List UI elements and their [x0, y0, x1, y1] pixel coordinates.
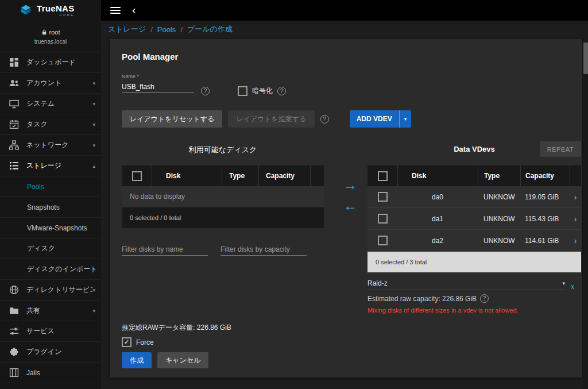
sidebar-subitem-label: ディスクのインポート: [27, 264, 98, 274]
sidebar-item-disks[interactable]: ディスク: [0, 238, 101, 259]
menu-icon[interactable]: [110, 7, 121, 14]
repeat-button[interactable]: REPEAT: [540, 141, 581, 157]
sidebar-item-dashboard[interactable]: ダッシュボード: [0, 52, 101, 73]
directory-services-icon: [9, 285, 19, 295]
filter-disks-by-capacity-input[interactable]: [220, 244, 307, 256]
sidebar-item-label: ディレクトリサービス: [26, 285, 92, 295]
move-right-icon[interactable]: [343, 178, 357, 192]
sidebar-subitem-label: Pools: [27, 183, 44, 191]
plugins-icon: [9, 347, 19, 357]
available-disks-title: 利用可能なディスク: [122, 145, 324, 155]
add-vdev-button[interactable]: ADD VDEV: [350, 110, 412, 128]
sidebar-item-sharing[interactable]: 共有: [0, 301, 101, 321]
tasks-icon: [9, 120, 19, 129]
lock-icon: [41, 29, 47, 35]
table-row[interactable]: da2 UNKNOW 114.61 GiB: [368, 230, 581, 252]
suggest-layout-button[interactable]: レイアウトを提案する: [228, 110, 314, 128]
create-button[interactable]: 作成: [122, 352, 152, 368]
scrollbar-thumb[interactable]: [583, 43, 588, 74]
user-block: root truenas.local: [0, 21, 101, 52]
capacity-help-icon[interactable]: [480, 294, 489, 303]
force-row: Force: [122, 337, 154, 347]
mixed-disk-warning: Mixing disks of different sizes in a vde…: [368, 307, 519, 314]
sidebar-item-snapshots[interactable]: Snapshots: [0, 197, 101, 218]
available-disks-table: Disk Type Capacity No data to display 0 …: [122, 165, 324, 228]
sidebar-item-pools[interactable]: Pools: [0, 176, 101, 197]
sidebar-item-storage[interactable]: ストレージ: [0, 156, 101, 176]
reset-layout-button[interactable]: レイアウトをリセットする: [122, 110, 222, 128]
page-scrollbar[interactable]: [583, 41, 588, 389]
layout-help-icon[interactable]: [320, 115, 329, 124]
logo-subtitle: CORE: [60, 14, 75, 17]
no-data-row: No data to display: [122, 186, 324, 207]
sidebar-item-accounts[interactable]: アカウント: [0, 73, 101, 94]
encryption-help-icon[interactable]: [277, 87, 286, 95]
system-icon: [9, 99, 19, 109]
cell-disk: da2: [397, 230, 478, 251]
sidebar-item-label: Jails: [26, 369, 40, 377]
select-all-vdev-checkbox[interactable]: [378, 171, 388, 181]
table-row[interactable]: da1 UNKNOW 115.43 GiB: [368, 208, 581, 230]
row-checkbox[interactable]: [378, 192, 388, 202]
move-arrows: [338, 178, 363, 213]
content: ストレージ / Pools / プールの作成 Pool Manager Name…: [101, 21, 588, 389]
pool-name-label: Name *: [122, 74, 194, 79]
sidebar-nav: ダッシュボード アカウント システム タスク ネットワーク: [0, 52, 101, 383]
logo-title: TrueNAS: [37, 4, 74, 13]
move-left-icon[interactable]: [343, 199, 357, 213]
row-chevron-icon[interactable]: [570, 186, 581, 207]
sidebar-item-label: アカウント: [26, 78, 61, 88]
sidebar-item-system[interactable]: システム: [0, 94, 101, 114]
sidebar-item-services[interactable]: サービス: [0, 321, 101, 342]
data-vdevs-header: Disk Type Capacity: [368, 165, 581, 186]
sidebar-item-tasks[interactable]: タスク: [0, 114, 101, 135]
select-all-available-checkbox[interactable]: [132, 171, 142, 181]
back-icon[interactable]: ‹: [132, 4, 136, 16]
available-disks-footer: 0 selected / 0 total: [122, 207, 324, 228]
sidebar-subitem-label: VMware-Snapshots: [27, 224, 87, 232]
breadcrumb-create-pool[interactable]: プールの作成: [187, 24, 233, 34]
sidebar-item-directory-services[interactable]: ディレクトリサービス: [0, 280, 101, 301]
sidebar-item-label: プラグイン: [26, 347, 61, 357]
add-vdev-caret-icon[interactable]: [399, 110, 412, 128]
network-icon: [9, 140, 19, 150]
breadcrumb-separator: /: [180, 25, 183, 34]
breadcrumb-storage[interactable]: ストレージ: [108, 24, 146, 34]
cancel-button[interactable]: キャンセル: [157, 352, 208, 368]
row-checkbox[interactable]: [378, 236, 388, 245]
name-help-icon[interactable]: [201, 87, 210, 95]
chevron-down-icon: [92, 101, 95, 107]
breadcrumb-pools[interactable]: Pools: [157, 25, 176, 34]
column-header-disk: Disk: [152, 165, 222, 186]
pool-name-field: Name *: [122, 74, 194, 93]
raid-type-select[interactable]: Raid-z: [368, 279, 565, 290]
add-vdev-label: ADD VDEV: [350, 115, 399, 123]
cell-type: UNKNOW: [478, 208, 520, 229]
pool-name-input[interactable]: [122, 82, 194, 93]
data-vdevs-footer: 0 selected / 3 total: [368, 252, 581, 272]
sidebar-item-import-disk[interactable]: ディスクのインポート: [0, 259, 101, 280]
remove-vdev-button[interactable]: x: [571, 283, 574, 291]
truenas-app: TrueNAS CORE root truenas.local ダッシュボード …: [0, 0, 588, 389]
raid-type-value: Raid-z: [368, 279, 388, 287]
row-chevron-icon[interactable]: [570, 208, 581, 229]
breadcrumb: ストレージ / Pools / プールの作成: [101, 21, 588, 38]
layout-buttons-row: レイアウトをリセットする レイアウトを提案する ADD VDEV: [122, 110, 411, 128]
row-chevron-icon[interactable]: [570, 230, 581, 251]
sidebar-item-jails[interactable]: Jails: [0, 363, 101, 383]
force-checkbox[interactable]: [122, 337, 131, 347]
row-checkbox[interactable]: [378, 214, 388, 224]
cell-type: UNKNOW: [478, 230, 520, 251]
sidebar-item-network[interactable]: ネットワーク: [0, 135, 101, 156]
form-actions: 作成 キャンセル: [122, 352, 208, 368]
filters-row: [122, 244, 307, 256]
sidebar-item-plugins[interactable]: プラグイン: [0, 342, 101, 363]
logo[interactable]: TrueNAS CORE: [0, 0, 101, 21]
filter-disks-by-name-input[interactable]: [122, 244, 208, 256]
sidebar-item-vmware-snapshots[interactable]: VMware-Snapshots: [0, 218, 101, 238]
table-row[interactable]: da0 UNKNOW 119.05 GiB: [368, 186, 581, 208]
encryption-checkbox[interactable]: [238, 86, 247, 96]
cell-type: UNKNOW: [478, 186, 520, 207]
sidebar-item-label: ダッシュボード: [26, 57, 76, 67]
available-disks-header: Disk Type Capacity: [122, 165, 324, 186]
